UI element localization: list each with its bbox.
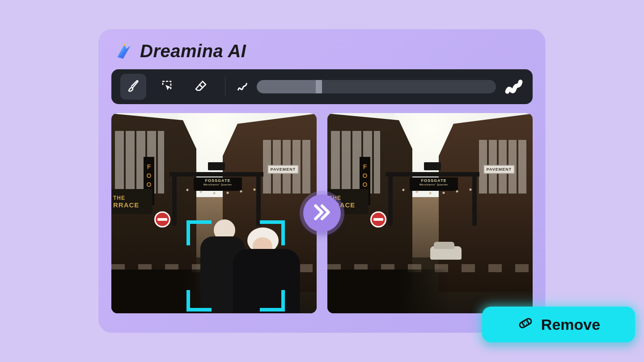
- terrace-sign: THE RRACE: [111, 189, 153, 214]
- double-chevron-right-icon: [311, 201, 333, 225]
- brush-size-slider[interactable]: [257, 80, 496, 93]
- svg-point-3: [526, 324, 527, 324]
- brush-size-max-icon: [504, 77, 524, 97]
- app-card: Dreamina AI: [98, 29, 546, 333]
- slider-fill: [257, 80, 319, 93]
- after-image[interactable]: FOOD FOSSGATE Merchants' Quarter PAVEMEN…: [327, 113, 533, 313]
- before-image[interactable]: FOOD FOSSGATE Merchants' Quarter PAVEMEN…: [111, 113, 317, 313]
- bandage-icon: [517, 314, 534, 335]
- eraser-tool[interactable]: [188, 74, 214, 100]
- transform-arrow-badge: [303, 194, 341, 232]
- page-card: Dreamina AI: [9, 9, 635, 353]
- svg-point-5: [524, 324, 525, 325]
- no-entry-sign-icon: [370, 211, 386, 227]
- brand-row: Dreamina AI: [114, 41, 533, 61]
- terrace-line2: RRACE: [113, 201, 139, 209]
- slider-thumb[interactable]: [316, 80, 322, 93]
- remove-label: Remove: [541, 316, 600, 333]
- selection-corner-bottom-right[interactable]: [260, 290, 285, 311]
- toolbar: [111, 69, 533, 104]
- pavement-sign: PAVEMENT: [267, 165, 299, 174]
- lasso-cursor-icon: [160, 79, 174, 95]
- scene-bg: FOOD FOSSGATE Merchants' Quarter PAVEMEN…: [327, 113, 533, 313]
- brand-name: Dreamina AI: [140, 41, 246, 61]
- selection-corner-top-left[interactable]: [186, 220, 212, 245]
- toolbar-divider: [225, 77, 225, 97]
- no-entry-sign-icon: [154, 211, 170, 227]
- svg-point-4: [526, 321, 527, 322]
- terrace-line1: THE: [113, 195, 125, 201]
- before-after-row: FOOD FOSSGATE Merchants' Quarter PAVEMEN…: [111, 113, 533, 313]
- svg-rect-1: [522, 320, 529, 327]
- arch-sign-title: FOSSGATE: [421, 178, 447, 183]
- selection-corner-bottom-left[interactable]: [186, 290, 212, 311]
- dreamina-logo-icon: [114, 42, 134, 61]
- brush-tool[interactable]: [120, 74, 146, 100]
- eraser-icon: [194, 79, 208, 95]
- svg-point-2: [524, 322, 525, 323]
- distant-car: [430, 246, 462, 260]
- arch-sign-title: FOSSGATE: [205, 178, 231, 183]
- brush-size-min-icon: [236, 80, 249, 93]
- lasso-select-tool[interactable]: [154, 74, 180, 100]
- remove-button[interactable]: Remove: [482, 307, 635, 342]
- pavement-sign: PAVEMENT: [483, 165, 515, 174]
- selection-corner-top-right[interactable]: [260, 220, 285, 245]
- brush-icon: [126, 79, 140, 95]
